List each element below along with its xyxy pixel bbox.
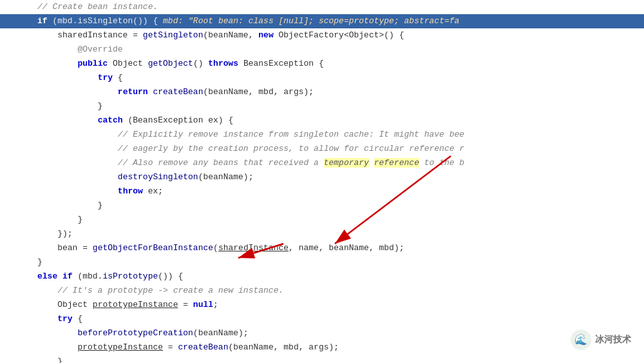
line-content-22: Object prototypeInstance = null; — [32, 298, 218, 312]
line-content-23: try { — [32, 312, 82, 326]
code-line-3: sharedInstance = getSingleton(beanName, … — [0, 28, 644, 43]
code-line-10: // Explicitly remove instance from singl… — [0, 128, 644, 142]
line-content-15: } — [32, 199, 102, 213]
code-line-24: beforePrototypeCreation(beanName); — [0, 326, 644, 340]
line-content-2: if (mbd.isSingleton()) { mbd: "Root bean… — [32, 14, 459, 28]
code-line-25: prototypeInstance = createBean(beanName,… — [0, 340, 644, 355]
code-line-1: // Create bean instance. — [0, 0, 644, 14]
line-content-6: try { — [32, 71, 123, 85]
line-content-12: // Also remove any beans that received a… — [32, 156, 464, 170]
line-content-8: } — [32, 99, 102, 113]
line-content-24: beforePrototypeCreation(beanName); — [32, 326, 249, 340]
line-content-9: catch (BeansException ex) { — [32, 113, 233, 128]
code-line-18: bean = getObjectForBeanInstance(sharedIn… — [0, 241, 644, 255]
line-content-14: throw ex; — [32, 184, 163, 199]
line-content-16: } — [32, 213, 82, 227]
line-content-26: } — [32, 355, 62, 363]
code-line-26: } — [0, 355, 644, 363]
code-line-19: } — [0, 255, 644, 270]
line-content-4: @Override — [32, 43, 123, 57]
code-line-12: // Also remove any beans that received a… — [0, 156, 644, 170]
line-content-18: bean = getObjectForBeanInstance(sharedIn… — [32, 241, 404, 255]
code-line-16: } — [0, 213, 644, 227]
line-content-11: // eagerly by the creation process, to a… — [32, 142, 464, 156]
line-content-5: public Object getObject() throws BeansEx… — [32, 57, 324, 71]
code-line-6: try { — [0, 71, 644, 85]
code-line-22: Object prototypeInstance = null; — [0, 298, 644, 312]
code-line-11: // eagerly by the creation process, to a… — [0, 142, 644, 156]
watermark-icon: 🌊 — [571, 329, 591, 350]
code-container: // Create bean instance. if (mbd.isSingl… — [0, 0, 644, 363]
code-line-20: else if (mbd.isPrototype()) { — [0, 270, 644, 284]
code-line-8: } — [0, 99, 644, 113]
line-content-25: prototypeInstance = createBean(beanName,… — [32, 340, 339, 355]
code-line-9: catch (BeansException ex) { — [0, 113, 644, 128]
code-line-4: @Override — [0, 43, 644, 57]
watermark: 🌊 冰河技术 — [571, 329, 631, 350]
line-content-7: return createBean(beanName, mbd, args); — [32, 85, 314, 99]
code-line-15: } — [0, 199, 644, 213]
code-line-17: }); — [0, 227, 644, 241]
line-content-21: // It's a prototype -> create a new inst… — [32, 284, 283, 298]
watermark-text: 冰河技术 — [595, 334, 631, 346]
line-content-20: else if (mbd.isPrototype()) { — [32, 270, 183, 284]
line-content-17: }); — [32, 227, 73, 241]
code-area: // Create bean instance. if (mbd.isSingl… — [0, 0, 644, 363]
line-content-13: destroySingleton(beanName); — [32, 170, 253, 184]
code-line-5: public Object getObject() throws BeansEx… — [0, 57, 644, 71]
line-content-3: sharedInstance = getSingleton(beanName, … — [32, 28, 404, 43]
line-content-1: // Create bean instance. — [32, 0, 158, 14]
code-line-21: // It's a prototype -> create a new inst… — [0, 284, 644, 298]
code-line-7: return createBean(beanName, mbd, args); — [0, 85, 644, 99]
line-content-19: } — [32, 255, 43, 270]
code-line-2: if (mbd.isSingleton()) { mbd: "Root bean… — [0, 14, 644, 28]
code-line-14: throw ex; — [0, 184, 644, 199]
code-line-23: try { — [0, 312, 644, 326]
code-line-13: destroySingleton(beanName); — [0, 170, 644, 184]
line-content-10: // Explicitly remove instance from singl… — [32, 128, 464, 142]
